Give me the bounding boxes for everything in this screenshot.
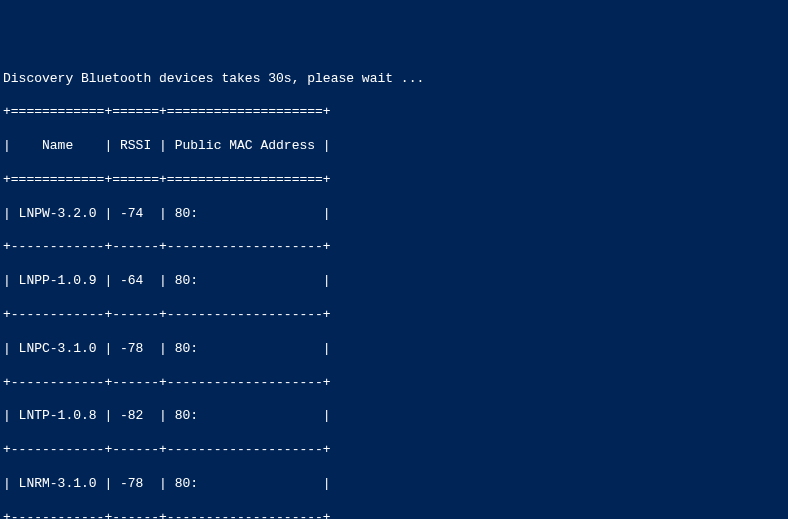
table-row-sep: +------------+------+-------------------…	[3, 307, 785, 324]
table-row-sep: +------------+------+-------------------…	[3, 442, 785, 459]
table-row-sep: +------------+------+-------------------…	[3, 510, 785, 519]
table-border-top: +============+======+===================…	[3, 104, 785, 121]
discovery-message: Discovery Bluetooth devices takes 30s, p…	[3, 71, 785, 88]
table-sep: +============+======+===================…	[3, 172, 785, 189]
table-row: | LNPP-1.0.9 | -64 | 80: |	[3, 273, 785, 290]
table-row: | LNRM-3.1.0 | -78 | 80: |	[3, 476, 785, 493]
table-row-sep: +------------+------+-------------------…	[3, 375, 785, 392]
table-row: | LNTP-1.0.8 | -82 | 80: |	[3, 408, 785, 425]
table-row: | LNPW-3.2.0 | -74 | 80: |	[3, 206, 785, 223]
table-row-sep: +------------+------+-------------------…	[3, 239, 785, 256]
table-row: | LNPC-3.1.0 | -78 | 80: |	[3, 341, 785, 358]
table-header: | Name | RSSI | Public MAC Address |	[3, 138, 785, 155]
